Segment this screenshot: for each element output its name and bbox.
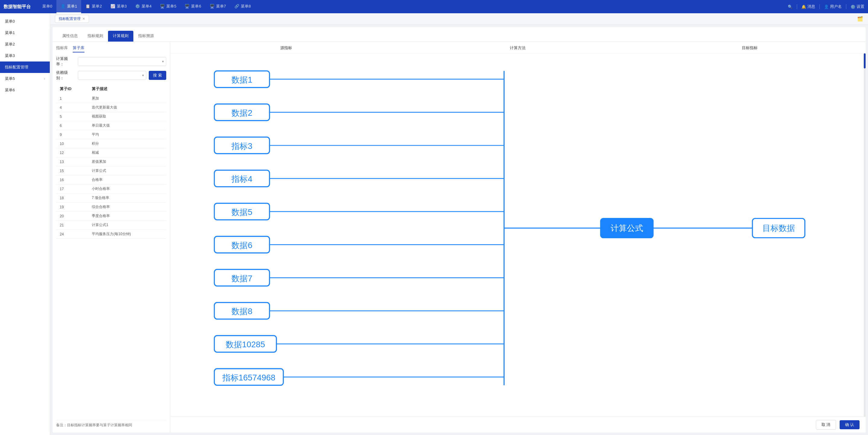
scroll-track[interactable]	[864, 53, 866, 416]
table-row[interactable]: 1 累加	[56, 94, 166, 103]
svg-text:数据5: 数据5	[231, 207, 252, 217]
nav-label-8: 菜单8	[241, 4, 251, 9]
svg-text:数据1: 数据1	[231, 75, 252, 85]
nav-item-7[interactable]: 🖥️ 菜单7	[206, 0, 230, 13]
sub-tab-label: 属性信息	[62, 33, 78, 38]
table-row[interactable]: 19 综合合格率	[56, 203, 166, 212]
cell-id: 5	[56, 112, 88, 121]
top-nav: 数据智能平台 菜单0 👤 菜单1 📋 菜单2 📈 菜单3 ⚙️ 菜单4 🖥️ 菜…	[0, 0, 868, 13]
nav-item-6[interactable]: 🖥️ 菜单6	[180, 0, 205, 13]
cell-desc: 相减	[88, 148, 166, 157]
tab-bar-right: 🗂️	[857, 16, 863, 22]
nav-label-6: 菜单6	[191, 4, 201, 9]
note-text: 备注：目标指标计算频率要与算子计算频率相同	[56, 420, 166, 429]
table-row[interactable]: 18 7 项合格率	[56, 194, 166, 203]
cell-desc: 计算公式1	[88, 221, 166, 230]
nav-item-1[interactable]: 👤 菜单1	[56, 0, 81, 13]
nav-label-3: 菜单3	[117, 4, 127, 9]
tab-indicator-config[interactable]: 指标配置管理 ✕	[55, 15, 89, 23]
sidebar-item-menu1[interactable]: 菜单1	[0, 27, 50, 39]
table-row[interactable]: 10 积分	[56, 139, 166, 148]
notification-tool[interactable]: 🔔 消息	[801, 4, 815, 9]
table-row[interactable]: 4 迭代更新最大值	[56, 103, 166, 112]
sub-tab-rules[interactable]: 指标规则	[83, 31, 108, 42]
cancel-button[interactable]: 取 消	[816, 420, 836, 430]
sidebar-item-menu3[interactable]: 菜单3	[0, 50, 50, 62]
table-row[interactable]: 20 季度合格率	[56, 212, 166, 221]
search-button[interactable]: 搜 索	[149, 71, 166, 80]
diagram-header-calc: 计算方法	[402, 45, 633, 51]
confirm-button[interactable]: 确 认	[840, 420, 860, 429]
table-row[interactable]: 15 计算公式	[56, 166, 166, 175]
cell-id: 20	[56, 212, 88, 221]
tab-close-button[interactable]: ✕	[82, 17, 85, 21]
diagram-header-target: 目标指标	[634, 45, 866, 51]
nav-item-5[interactable]: 🖥️ 菜单5	[156, 0, 180, 13]
col-header-id: 算子ID	[56, 84, 88, 94]
operator-table-container: 算子ID 算子描述 1 累加 4 迭代更新最大值 5 视图获取 6 单	[56, 84, 166, 419]
cell-desc: 视图获取	[88, 112, 166, 121]
divider3	[846, 4, 846, 9]
table-row[interactable]: 13 差值累加	[56, 157, 166, 166]
svg-text:指标16574968: 指标16574968	[222, 373, 275, 382]
panel-tab-index-lib[interactable]: 指标库	[56, 45, 68, 53]
svg-text:计算公式: 计算公式	[611, 223, 643, 233]
nav-icon-5: 🖥️	[160, 4, 165, 8]
nav-icon-7: 🖥️	[210, 4, 215, 8]
sidebar-item-label: 菜单1	[5, 30, 15, 36]
sub-tab-label: 指标溯源	[138, 33, 154, 38]
cell-desc: 单日最大值	[88, 121, 166, 130]
panel-tab-operator-lib[interactable]: 算子库	[73, 45, 85, 53]
user-icon: 👤	[824, 4, 829, 9]
sub-tab-trace[interactable]: 指标溯源	[133, 31, 159, 42]
nav-icon-1: 👤	[61, 4, 65, 8]
nav-item-0[interactable]: 菜单0	[38, 0, 56, 13]
table-row[interactable]: 6 单日最大值	[56, 121, 166, 130]
cell-id: 19	[56, 203, 88, 212]
nav-label-7: 菜单7	[216, 4, 226, 9]
svg-text:指标3: 指标3	[231, 141, 252, 151]
user-tool[interactable]: 👤 用户名	[824, 4, 842, 9]
freq-select[interactable]	[78, 57, 166, 66]
cell-id: 18	[56, 194, 88, 203]
cell-id: 15	[56, 166, 88, 175]
table-row[interactable]: 12 相减	[56, 148, 166, 157]
notification-label: 消息	[807, 4, 815, 9]
table-row[interactable]: 21 计算公式1	[56, 221, 166, 230]
sidebar-item-menu5[interactable]: 菜单5 ›	[0, 73, 50, 85]
cell-id: 9	[56, 130, 88, 139]
table-row[interactable]: 9 平均	[56, 130, 166, 139]
cell-desc: 计算公式	[88, 166, 166, 175]
cell-id: 12	[56, 148, 88, 157]
sub-tab-attribute[interactable]: 属性信息	[57, 31, 83, 42]
operator-table: 算子ID 算子描述 1 累加 4 迭代更新最大值 5 视图获取 6 单	[56, 84, 166, 239]
nav-items: 菜单0 👤 菜单1 📋 菜单2 📈 菜单3 ⚙️ 菜单4 🖥️ 菜单5 🖥️ 菜…	[38, 0, 788, 13]
sidebar-item-menu2[interactable]: 菜单2	[0, 39, 50, 50]
search-tool[interactable]: 🔍	[788, 4, 793, 9]
nav-item-3[interactable]: 📈 菜单3	[106, 0, 131, 13]
cell-id: 24	[56, 230, 88, 239]
cell-desc: 差值累加	[88, 157, 166, 166]
table-row[interactable]: 17 小时合格率	[56, 185, 166, 194]
dep-select-wrapper	[78, 71, 146, 80]
table-row[interactable]: 5 视图获取	[56, 112, 166, 121]
nav-label-2: 菜单2	[92, 4, 102, 9]
dep-select[interactable]	[78, 71, 146, 80]
content-area: 属性信息 指标规则 计算规则 指标溯源 指标库	[53, 27, 866, 433]
sidebar-item-menu6[interactable]: 菜单6	[0, 85, 50, 96]
layout: 菜单0 菜单1 菜单2 菜单3 指标配置管理 菜单5 › 菜单6 指标配置管理 …	[0, 13, 868, 435]
sidebar-item-indicator-config[interactable]: 指标配置管理	[0, 62, 50, 73]
nav-item-2[interactable]: 📋 菜单2	[81, 0, 106, 13]
sidebar-item-label: 菜单0	[5, 19, 15, 24]
nav-item-8[interactable]: 🔗 菜单8	[230, 0, 255, 13]
sidebar-item-menu0[interactable]: 菜单0	[0, 16, 50, 27]
cell-desc: 小时合格率	[88, 185, 166, 194]
nav-item-4[interactable]: ⚙️ 菜单4	[131, 0, 156, 13]
table-row[interactable]: 24 平均服务压力(每10分钟)	[56, 230, 166, 239]
settings-tool[interactable]: ⚙️ 设置	[850, 4, 864, 9]
sub-tab-calc-rules[interactable]: 计算规则	[108, 31, 133, 42]
search-icon: 🔍	[788, 4, 793, 9]
table-row[interactable]: 16 合格率	[56, 175, 166, 185]
tab-manage-icon[interactable]: 🗂️	[857, 16, 863, 22]
svg-text:数据2: 数据2	[231, 108, 252, 118]
